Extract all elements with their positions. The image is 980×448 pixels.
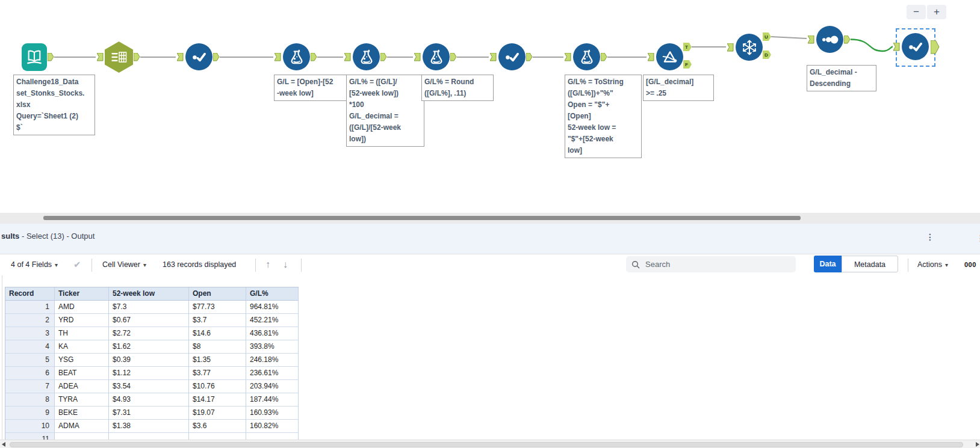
data-cell[interactable]: $2.72 — [109, 327, 189, 340]
data-cell[interactable] — [109, 433, 189, 440]
workflow-canvas[interactable]: − + — [0, 0, 980, 213]
output-anchor — [48, 53, 54, 61]
canvas-scrollbar-track[interactable] — [0, 213, 980, 224]
record-number-cell[interactable]: 8 — [5, 393, 55, 407]
column-header[interactable]: G/L% — [246, 287, 299, 301]
data-cell[interactable]: $0.39 — [109, 354, 189, 367]
search-box[interactable] — [626, 256, 796, 272]
formula-tool[interactable] — [573, 43, 600, 70]
anchor-label: U — [764, 34, 768, 40]
cell-viewer-dropdown[interactable]: Cell Viewer — [102, 260, 146, 269]
data-cell[interactable]: YRD — [55, 314, 109, 327]
data-cell[interactable]: TYRA — [55, 393, 109, 407]
panel-border — [2, 254, 2, 440]
select-tool[interactable] — [185, 43, 212, 70]
data-cell[interactable]: 393.8% — [246, 340, 299, 354]
record-number-cell[interactable]: 3 — [5, 327, 55, 340]
data-cell[interactable]: 187.44% — [246, 393, 299, 407]
zoom-in-button[interactable]: + — [927, 5, 946, 19]
formula-tool[interactable] — [423, 43, 450, 70]
data-cell[interactable]: $8 — [189, 340, 246, 354]
data-cell[interactable]: 436.81% — [246, 327, 299, 340]
column-header[interactable]: Ticker — [55, 287, 109, 301]
data-cell[interactable]: 160.93% — [246, 407, 299, 420]
apply-check-icon[interactable] — [73, 259, 81, 270]
data-cell[interactable]: $3.77 — [189, 367, 246, 380]
record-number-cell[interactable]: 11 — [5, 433, 55, 440]
record-number-cell[interactable]: 9 — [5, 407, 55, 420]
data-cell[interactable]: $1.35 — [189, 354, 246, 367]
column-header[interactable]: Open — [189, 287, 246, 301]
search-input[interactable] — [644, 259, 785, 269]
select-check-icon — [191, 49, 208, 66]
data-cell[interactable]: $3.54 — [109, 380, 189, 393]
data-cell[interactable]: KA — [55, 340, 109, 354]
sort-tool[interactable] — [816, 26, 843, 53]
record-number-cell[interactable]: 6 — [5, 367, 55, 380]
table-row: 3TH$2.72$14.6436.81% — [5, 327, 299, 340]
data-cell[interactable]: $77.73 — [189, 301, 246, 314]
data-cell[interactable]: 964.81% — [246, 301, 299, 314]
zoom-out-button[interactable]: − — [907, 5, 926, 19]
data-cell[interactable]: 452.21% — [246, 314, 299, 327]
formula-tool[interactable] — [353, 43, 380, 70]
data-cell[interactable]: ADEA — [55, 380, 109, 393]
data-cell[interactable]: $0.67 — [109, 314, 189, 327]
record-number-cell[interactable]: 1 — [5, 301, 55, 314]
data-cell[interactable]: $1.12 — [109, 367, 189, 380]
data-cell[interactable]: YSG — [55, 354, 109, 367]
data-cell[interactable]: $14.6 — [189, 327, 246, 340]
select-tool-selected[interactable] — [902, 33, 929, 60]
select-tool[interactable] — [498, 43, 526, 70]
input-data-tool[interactable] — [22, 43, 47, 71]
arrow-down-icon[interactable]: ↓ — [283, 259, 288, 270]
column-header[interactable]: Record — [5, 287, 55, 301]
data-cell[interactable]: $4.93 — [109, 393, 189, 407]
filter-tool[interactable] — [656, 43, 683, 70]
data-cell[interactable]: $1.62 — [109, 340, 189, 354]
data-cell[interactable]: $19.07 — [189, 407, 246, 420]
results-menu-icon[interactable]: ⋮ — [926, 233, 934, 241]
data-cell[interactable] — [246, 433, 299, 440]
data-cell[interactable]: $10.76 — [189, 380, 246, 393]
arrow-up-icon[interactable]: ↑ — [265, 259, 270, 270]
data-cell[interactable]: BEAT — [55, 367, 109, 380]
data-cell[interactable]: $14.17 — [189, 393, 246, 407]
data-cell[interactable]: $1.38 — [109, 420, 189, 433]
data-cell[interactable]: 203.94% — [246, 380, 299, 393]
grid-scrollbar-thumb[interactable] — [10, 442, 963, 447]
data-tab-button[interactable]: Data — [814, 256, 842, 272]
data-cell[interactable]: AMD — [55, 301, 109, 314]
data-cell[interactable]: 236.61% — [246, 367, 299, 380]
data-cell[interactable]: $3.7 — [189, 314, 246, 327]
unique-tool[interactable] — [736, 34, 763, 61]
data-cell[interactable]: BEKE — [55, 407, 109, 420]
data-cell[interactable]: ADMA — [55, 420, 109, 433]
scroll-right-arrow-icon[interactable] — [976, 442, 979, 447]
scroll-left-arrow-icon[interactable] — [2, 442, 5, 447]
actions-dropdown[interactable]: Actions — [917, 260, 948, 269]
canvas-scrollbar-thumb[interactable] — [43, 216, 801, 220]
data-cell[interactable]: 246.18% — [246, 354, 299, 367]
formula-tool[interactable] — [283, 43, 310, 70]
data-cell[interactable]: 160.82% — [246, 420, 299, 433]
record-number-cell[interactable]: 5 — [5, 354, 55, 367]
data-cell[interactable] — [55, 433, 109, 440]
record-number-cell[interactable]: 10 — [5, 420, 55, 433]
metadata-tab-button[interactable]: Metadata — [842, 256, 898, 272]
column-header[interactable]: 52-week low — [109, 287, 189, 301]
fields-dropdown[interactable]: 4 of 4 Fields — [11, 260, 58, 269]
table-row: 8TYRA$4.93$14.17187.44% — [5, 393, 299, 407]
grid-scrollbar-track[interactable] — [0, 440, 980, 448]
anchor-label: F — [685, 62, 688, 67]
anchor-label: D — [764, 52, 768, 58]
data-cell[interactable]: $7.3 — [109, 301, 189, 314]
data-cell[interactable]: $3.6 — [189, 420, 246, 433]
record-number-cell[interactable]: 2 — [5, 314, 55, 327]
record-number-cell[interactable]: 4 — [5, 340, 55, 354]
data-cell[interactable] — [189, 433, 246, 440]
data-cell[interactable]: TH — [55, 327, 109, 340]
record-number-cell[interactable]: 7 — [5, 380, 55, 393]
data-cell[interactable]: $7.31 — [109, 407, 189, 420]
results-menu-icon-partial[interactable]: ⋮ — [976, 233, 980, 244]
